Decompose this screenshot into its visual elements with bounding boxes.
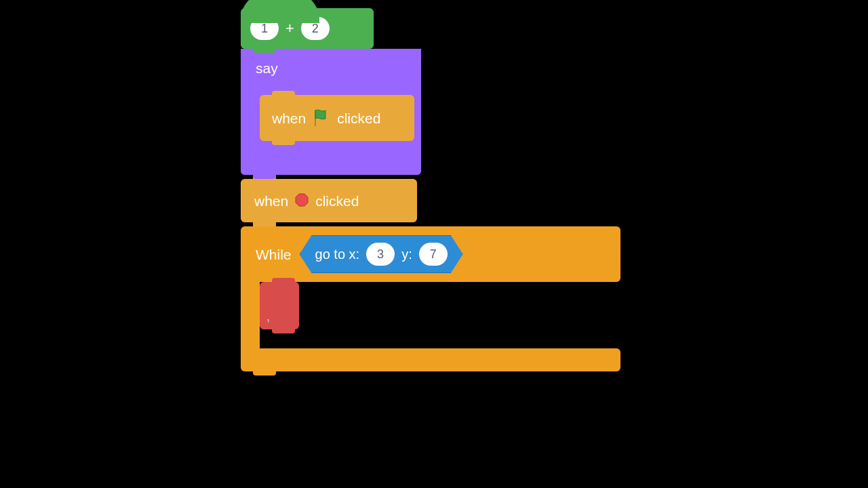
- stop-sign-icon: [295, 193, 309, 209]
- while-bottom-bar: [241, 348, 620, 371]
- goto-x-prefix: go to x:: [315, 247, 360, 261]
- when-label: when: [272, 111, 306, 125]
- hat-curve: [241, 0, 319, 23]
- when-flag-clicked-block[interactable]: when clicked: [260, 95, 414, 141]
- say-label: say: [256, 61, 278, 75]
- while-left-arm: [241, 282, 260, 348]
- svg-marker-0: [296, 194, 308, 206]
- say-left-arm: [241, 99, 260, 148]
- when-stop-clicked-block[interactable]: when clicked: [241, 179, 417, 222]
- while-label: While: [256, 247, 292, 262]
- clicked-label: clicked: [315, 194, 359, 208]
- clicked-label: clicked: [337, 111, 380, 125]
- math-hat-block[interactable]: 1 + 2: [241, 8, 374, 49]
- when-label: when: [254, 194, 288, 208]
- red-stack-block[interactable]: ,: [260, 282, 299, 329]
- say-bottom-bar: [241, 148, 421, 175]
- say-c-block[interactable]: say when clicked: [241, 49, 421, 175]
- red-block-label: ,: [267, 310, 270, 323]
- plus-operator-label: +: [285, 21, 294, 36]
- green-flag-icon: [313, 108, 330, 127]
- goto-y-label: y:: [401, 247, 412, 261]
- goto-reporter-block[interactable]: go to x: 3 y: 7: [300, 235, 463, 273]
- goto-y-input[interactable]: 7: [419, 243, 448, 266]
- while-c-block[interactable]: While go to x: 3 y: 7 ,: [241, 226, 620, 282]
- goto-x-input[interactable]: 3: [366, 243, 395, 266]
- blocks-workspace: 1 + 2 say when clicked when clicked: [241, 8, 620, 282]
